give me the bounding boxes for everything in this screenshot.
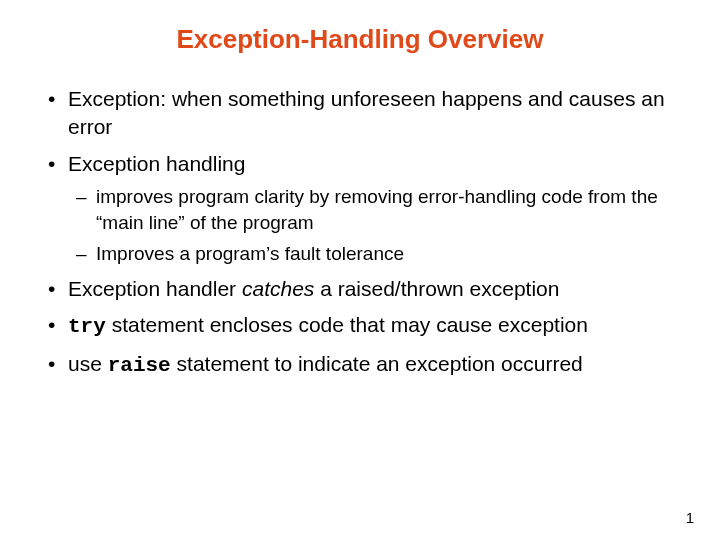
list-item: try statement encloses code that may cau… [40,311,680,341]
text: a raised/thrown exception [314,277,559,300]
text: Exception handler [68,277,242,300]
code-text: try [68,315,106,338]
text: statement to indicate an exception occur… [171,352,583,375]
list-item-text: Exception handling [68,152,245,175]
text: statement encloses code that may cause e… [106,313,588,336]
sub-list: improves program clarity by removing err… [68,184,680,267]
page-number: 1 [686,509,694,526]
code-text: raise [108,354,171,377]
list-item: use raise statement to indicate an excep… [40,350,680,380]
list-item: Exception handler catches a raised/throw… [40,275,680,303]
bullet-list: Exception: when something unforeseen hap… [40,85,680,380]
emphasis-text: catches [242,277,314,300]
list-item: Exception handling improves program clar… [40,150,680,267]
list-item: Improves a program’s fault tolerance [68,241,680,267]
list-item: improves program clarity by removing err… [68,184,680,235]
slide-title: Exception-Handling Overview [40,24,680,55]
list-item: Exception: when something unforeseen hap… [40,85,680,142]
text: use [68,352,108,375]
